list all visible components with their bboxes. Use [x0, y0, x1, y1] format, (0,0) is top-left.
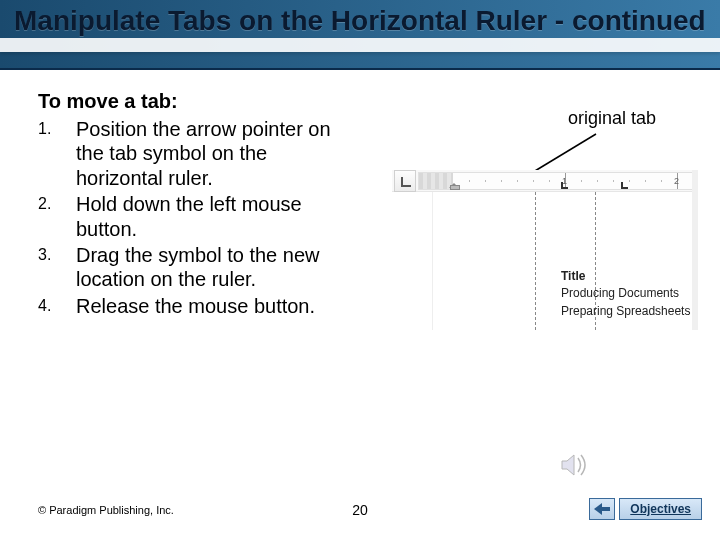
document-text: Title Producing Documents Preparing Spre… [561, 268, 690, 320]
word-screenshot: 1 2 ↖ [392, 170, 698, 330]
slide-footer: © Paradigm Publishing, Inc. 20 Objective… [0, 490, 720, 530]
audio-icon [556, 448, 590, 482]
tab-stop-new-icon [621, 182, 628, 189]
ruler-track: 1 2 [418, 172, 698, 190]
page-number: 20 [352, 502, 368, 518]
slide-title: Manipulate Tabs on the Horizontal Ruler … [0, 0, 720, 35]
objectives-label: Objectives [630, 502, 691, 516]
copyright-text: © Paradigm Publishing, Inc. [38, 504, 174, 516]
doc-line: Preparing Spreadsheets [561, 303, 690, 320]
ruler-number: 2 [674, 176, 679, 186]
ruler-margin-area [419, 173, 453, 189]
horizontal-ruler: 1 2 [392, 170, 698, 192]
instruction-column: To move a tab: Position the arrow pointe… [38, 90, 348, 320]
callout-label: original tab [568, 108, 656, 129]
slide-body: To move a tab: Position the arrow pointe… [38, 90, 700, 460]
tab-selector-button [394, 170, 416, 192]
tab-stop-original-icon [561, 182, 568, 189]
objectives-button[interactable]: Objectives [619, 498, 702, 520]
step-item: Drag the symbol to the new location on t… [68, 243, 348, 292]
document-page: Title Producing Documents Preparing Spre… [432, 192, 698, 330]
nav-button-group: Objectives [589, 498, 702, 520]
step-item: Release the mouse button. [68, 294, 348, 318]
intro-line: To move a tab: [38, 90, 348, 113]
drag-guide-original [535, 192, 536, 330]
doc-line: Producing Documents [561, 285, 690, 302]
back-button[interactable] [589, 498, 615, 520]
step-item: Position the arrow pointer on the tab sy… [68, 117, 348, 190]
illustration-column: original tab 1 [378, 90, 700, 350]
vertical-scrollbar [692, 170, 698, 330]
step-item: Hold down the left mouse button. [68, 192, 348, 241]
ruler-ticks: 1 2 [453, 173, 697, 189]
doc-line-title: Title [561, 268, 690, 285]
steps-list: Position the arrow pointer on the tab sy… [68, 117, 348, 318]
